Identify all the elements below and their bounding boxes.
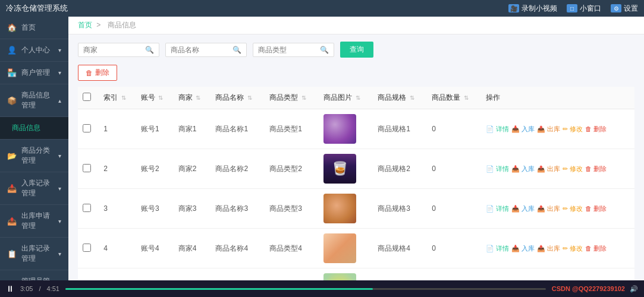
row-product-name: 商品名称4 bbox=[211, 229, 265, 268]
row-index: 5 bbox=[99, 268, 136, 281]
page-content: 🔍 🔍 🔍 查询 🗑 删除 bbox=[68, 34, 644, 280]
row-account: 账号1 bbox=[136, 109, 174, 149]
chevron-down-icon: ▾ bbox=[58, 47, 61, 53]
content-area: 首页 > 商品信息 🔍 🔍 🔍 查询 bbox=[68, 17, 644, 280]
profile-icon: 👤 bbox=[7, 46, 17, 55]
row-merchant: 商家3 bbox=[174, 189, 211, 229]
table-row: 1 账号1 商家1 商品名称1 商品类型1 商品规格1 0 📄 详情 📥 入库 … bbox=[78, 109, 634, 149]
product-name-search-input[interactable] bbox=[171, 46, 230, 54]
row-checkbox-cell bbox=[78, 149, 99, 189]
sort-icon: ⇅ bbox=[410, 94, 414, 101]
row-product-type: 商品类型3 bbox=[265, 189, 319, 229]
col-checkbox bbox=[78, 87, 99, 109]
sidebar-item-label: 个人中心 bbox=[21, 45, 50, 55]
merchant-search-input[interactable] bbox=[83, 46, 143, 54]
play-pause-button[interactable]: ⏸ bbox=[6, 284, 14, 293]
table-row: 5 账号5 商家5 商品名称5 商品类型5 商品规格5 0 📄 详情 📥 入库 … bbox=[78, 268, 634, 281]
edit-button[interactable]: ✏ 修改 bbox=[563, 124, 583, 134]
sidebar-item-merchant[interactable]: 🏪 商户管理 ▾ bbox=[0, 62, 68, 84]
stock-out-record-icon: 📋 bbox=[7, 249, 17, 258]
sidebar-item-admin[interactable]: 👨‍💼 管理员管理 ▾ bbox=[0, 270, 68, 280]
breadcrumb-home[interactable]: 首页 bbox=[78, 21, 92, 29]
settings-button[interactable]: ⚙ 设置 bbox=[611, 4, 638, 14]
table-row: 4 账号4 商家4 商品名称4 商品类型4 商品规格4 0 📄 详情 📥 入库 … bbox=[78, 229, 634, 268]
row-checkbox[interactable] bbox=[83, 204, 91, 212]
top-bar-actions: 🎥 录制小视频 □ 小窗口 ⚙ 设置 bbox=[508, 4, 638, 14]
current-time: 3:05 bbox=[20, 285, 33, 292]
delete-button[interactable]: 🗑 删除 bbox=[585, 204, 607, 214]
product-name-search-field: 🔍 bbox=[165, 43, 247, 57]
sidebar-item-stock-out-record[interactable]: 📋 出库记录管理 ▾ bbox=[0, 238, 68, 270]
home-icon: 🏠 bbox=[7, 23, 17, 32]
row-product-image: 🥃 bbox=[319, 149, 373, 189]
col-product-qty: 商品数量 ⇅ bbox=[427, 87, 481, 109]
total-time: 4:51 bbox=[46, 285, 59, 292]
sidebar-item-home[interactable]: 🏠 首页 bbox=[0, 17, 68, 39]
row-product-image bbox=[319, 109, 373, 149]
sidebar-item-profile[interactable]: 👤 个人中心 ▾ bbox=[0, 39, 68, 62]
sidebar-item-label: 出库记录管理 bbox=[21, 244, 54, 264]
merchant-icon: 🏪 bbox=[7, 68, 17, 77]
stock-out-button[interactable]: 📤 出库 bbox=[537, 124, 560, 134]
stock-in-button[interactable]: 📥 入库 bbox=[511, 244, 535, 254]
sidebar-item-product-category[interactable]: 📂 商品分类管理 ▾ bbox=[0, 140, 68, 172]
row-product-type: 商品类型2 bbox=[265, 149, 319, 189]
row-checkbox[interactable] bbox=[83, 164, 91, 172]
batch-delete-button[interactable]: 🗑 删除 bbox=[78, 65, 117, 81]
delete-button[interactable]: 🗑 删除 bbox=[585, 164, 607, 174]
sidebar-item-stock-out-apply[interactable]: 📤 出库申请管理 ▾ bbox=[0, 205, 68, 238]
detail-button[interactable]: 📄 详情 bbox=[486, 204, 509, 214]
row-operations: 📄 详情 📥 入库 📤 出库 ✏ 修改 🗑 删除 bbox=[481, 229, 634, 268]
product-image: 🥃 bbox=[323, 154, 356, 184]
product-image bbox=[323, 194, 356, 223]
detail-button[interactable]: 📄 详情 bbox=[486, 124, 509, 134]
detail-button[interactable]: 📄 详情 bbox=[486, 244, 509, 254]
sidebar-item-stock-in[interactable]: 📥 入库记录管理 ▾ bbox=[0, 172, 68, 205]
sidebar-item-label: 商品分类管理 bbox=[21, 146, 54, 166]
sidebar-item-product-info[interactable]: 商品信息 bbox=[0, 117, 68, 140]
row-product-spec: 商品规格1 bbox=[373, 109, 427, 149]
detail-button[interactable]: 📄 详情 bbox=[486, 164, 509, 174]
edit-button[interactable]: ✏ 修改 bbox=[563, 164, 583, 174]
stock-in-button[interactable]: 📥 入库 bbox=[511, 164, 535, 174]
row-merchant: 商家5 bbox=[174, 268, 211, 281]
stock-in-button[interactable]: 📥 入库 bbox=[511, 124, 535, 134]
row-account: 账号4 bbox=[136, 229, 174, 268]
stock-out-button[interactable]: 📤 出库 bbox=[537, 164, 560, 174]
small-window-button[interactable]: □ 小窗口 bbox=[567, 4, 601, 14]
product-type-search-input[interactable] bbox=[258, 46, 318, 54]
col-product-name: 商品名称 ⇅ bbox=[211, 87, 265, 109]
stock-in-button[interactable]: 📥 入库 bbox=[511, 204, 535, 214]
row-checkbox-cell bbox=[78, 229, 99, 268]
row-product-qty: 0 bbox=[427, 149, 481, 189]
chevron-down-icon: ▾ bbox=[58, 69, 61, 76]
col-account: 账号 ⇅ bbox=[136, 87, 174, 109]
row-product-spec: 商品规格2 bbox=[373, 149, 427, 189]
app-title: 冷冻仓储管理系统 bbox=[6, 3, 508, 14]
row-product-name: 商品名称1 bbox=[211, 109, 265, 149]
col-index: 索引 ⇅ bbox=[99, 87, 136, 109]
row-checkbox[interactable] bbox=[83, 124, 91, 132]
chevron-up-icon: ▴ bbox=[58, 97, 61, 104]
progress-bar[interactable] bbox=[65, 288, 546, 290]
delete-button[interactable]: 🗑 删除 bbox=[585, 244, 607, 254]
select-all-checkbox[interactable] bbox=[83, 93, 91, 101]
edit-button[interactable]: ✏ 修改 bbox=[563, 244, 583, 254]
table-row: 2 账号2 商家2 商品名称2 商品类型2 🥃 商品规格2 0 📄 详情 📥 入… bbox=[78, 149, 634, 189]
row-account: 账号2 bbox=[136, 149, 174, 189]
row-operations: 📄 详情 📥 入库 📤 出库 ✏ 修改 🗑 删除 bbox=[481, 149, 634, 189]
sidebar-item-label: 商品信息 bbox=[12, 123, 40, 133]
stock-out-button[interactable]: 📤 出库 bbox=[537, 244, 560, 254]
row-product-qty: 0 bbox=[427, 229, 481, 268]
edit-button[interactable]: ✏ 修改 bbox=[563, 204, 583, 214]
search-button[interactable]: 查询 bbox=[340, 42, 373, 58]
row-product-qty: 0 bbox=[427, 189, 481, 229]
record-video-button[interactable]: 🎥 录制小视频 bbox=[508, 4, 557, 14]
delete-button[interactable]: 🗑 删除 bbox=[585, 124, 607, 134]
sidebar-item-label: 出库申请管理 bbox=[21, 211, 54, 231]
row-checkbox[interactable] bbox=[83, 244, 91, 252]
stock-out-apply-icon: 📤 bbox=[7, 217, 17, 226]
stock-out-button[interactable]: 📤 出库 bbox=[537, 204, 560, 214]
sidebar-item-product-info-mgmt[interactable]: 📦 商品信息管理 ▴ bbox=[0, 84, 68, 117]
volume-icon[interactable]: 🔊 bbox=[630, 285, 638, 293]
